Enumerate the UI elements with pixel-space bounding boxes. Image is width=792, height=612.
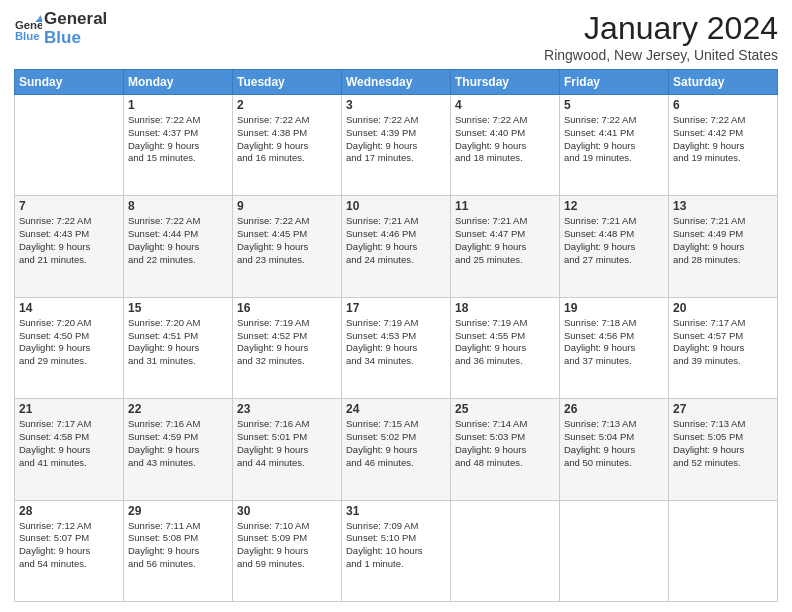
cell-info: Sunrise: 7:14 AMSunset: 5:03 PMDaylight:… [455,418,555,469]
calendar-cell: 5Sunrise: 7:22 AMSunset: 4:41 PMDaylight… [560,95,669,196]
cell-info: Sunrise: 7:19 AMSunset: 4:52 PMDaylight:… [237,317,337,368]
cell-info: Sunrise: 7:22 AMSunset: 4:40 PMDaylight:… [455,114,555,165]
calendar-cell: 2Sunrise: 7:22 AMSunset: 4:38 PMDaylight… [233,95,342,196]
calendar-cell: 28Sunrise: 7:12 AMSunset: 5:07 PMDayligh… [15,500,124,601]
calendar-cell: 30Sunrise: 7:10 AMSunset: 5:09 PMDayligh… [233,500,342,601]
calendar-week-row: 21Sunrise: 7:17 AMSunset: 4:58 PMDayligh… [15,399,778,500]
calendar-cell: 1Sunrise: 7:22 AMSunset: 4:37 PMDaylight… [124,95,233,196]
day-number: 5 [564,98,664,112]
day-number: 9 [237,199,337,213]
calendar-cell: 6Sunrise: 7:22 AMSunset: 4:42 PMDaylight… [669,95,778,196]
cell-info: Sunrise: 7:09 AMSunset: 5:10 PMDaylight:… [346,520,446,571]
day-number: 17 [346,301,446,315]
day-number: 7 [19,199,119,213]
weekday-header-tuesday: Tuesday [233,70,342,95]
page: General Blue General Blue January 2024 R… [0,0,792,612]
weekday-header-thursday: Thursday [451,70,560,95]
day-number: 22 [128,402,228,416]
calendar-cell: 14Sunrise: 7:20 AMSunset: 4:50 PMDayligh… [15,297,124,398]
calendar-cell: 19Sunrise: 7:18 AMSunset: 4:56 PMDayligh… [560,297,669,398]
day-number: 6 [673,98,773,112]
logo-blue: Blue [44,29,107,48]
calendar-cell: 18Sunrise: 7:19 AMSunset: 4:55 PMDayligh… [451,297,560,398]
cell-info: Sunrise: 7:13 AMSunset: 5:05 PMDaylight:… [673,418,773,469]
header: General Blue General Blue January 2024 R… [14,10,778,63]
calendar-week-row: 1Sunrise: 7:22 AMSunset: 4:37 PMDaylight… [15,95,778,196]
calendar-cell: 13Sunrise: 7:21 AMSunset: 4:49 PMDayligh… [669,196,778,297]
calendar-cell: 31Sunrise: 7:09 AMSunset: 5:10 PMDayligh… [342,500,451,601]
day-number: 31 [346,504,446,518]
calendar-cell [15,95,124,196]
calendar-week-row: 28Sunrise: 7:12 AMSunset: 5:07 PMDayligh… [15,500,778,601]
location: Ringwood, New Jersey, United States [544,47,778,63]
cell-info: Sunrise: 7:18 AMSunset: 4:56 PMDaylight:… [564,317,664,368]
day-number: 23 [237,402,337,416]
calendar-cell: 9Sunrise: 7:22 AMSunset: 4:45 PMDaylight… [233,196,342,297]
calendar-cell: 11Sunrise: 7:21 AMSunset: 4:47 PMDayligh… [451,196,560,297]
weekday-header-friday: Friday [560,70,669,95]
calendar-cell: 25Sunrise: 7:14 AMSunset: 5:03 PMDayligh… [451,399,560,500]
cell-info: Sunrise: 7:19 AMSunset: 4:53 PMDaylight:… [346,317,446,368]
day-number: 3 [346,98,446,112]
cell-info: Sunrise: 7:21 AMSunset: 4:46 PMDaylight:… [346,215,446,266]
weekday-header-wednesday: Wednesday [342,70,451,95]
logo-icon: General Blue [14,15,42,43]
weekday-header-sunday: Sunday [15,70,124,95]
calendar-cell: 21Sunrise: 7:17 AMSunset: 4:58 PMDayligh… [15,399,124,500]
svg-text:Blue: Blue [15,30,40,42]
day-number: 27 [673,402,773,416]
calendar-week-row: 14Sunrise: 7:20 AMSunset: 4:50 PMDayligh… [15,297,778,398]
weekday-header-row: SundayMondayTuesdayWednesdayThursdayFrid… [15,70,778,95]
calendar-cell [560,500,669,601]
cell-info: Sunrise: 7:22 AMSunset: 4:38 PMDaylight:… [237,114,337,165]
cell-info: Sunrise: 7:21 AMSunset: 4:48 PMDaylight:… [564,215,664,266]
cell-info: Sunrise: 7:15 AMSunset: 5:02 PMDaylight:… [346,418,446,469]
day-number: 25 [455,402,555,416]
day-number: 10 [346,199,446,213]
svg-marker-3 [39,15,43,19]
cell-info: Sunrise: 7:22 AMSunset: 4:37 PMDaylight:… [128,114,228,165]
calendar-cell: 3Sunrise: 7:22 AMSunset: 4:39 PMDaylight… [342,95,451,196]
day-number: 16 [237,301,337,315]
day-number: 21 [19,402,119,416]
calendar-cell: 23Sunrise: 7:16 AMSunset: 5:01 PMDayligh… [233,399,342,500]
cell-info: Sunrise: 7:12 AMSunset: 5:07 PMDaylight:… [19,520,119,571]
day-number: 2 [237,98,337,112]
cell-info: Sunrise: 7:22 AMSunset: 4:45 PMDaylight:… [237,215,337,266]
calendar-table: SundayMondayTuesdayWednesdayThursdayFrid… [14,69,778,602]
calendar-cell: 27Sunrise: 7:13 AMSunset: 5:05 PMDayligh… [669,399,778,500]
day-number: 28 [19,504,119,518]
cell-info: Sunrise: 7:13 AMSunset: 5:04 PMDaylight:… [564,418,664,469]
calendar-cell: 16Sunrise: 7:19 AMSunset: 4:52 PMDayligh… [233,297,342,398]
calendar-cell: 7Sunrise: 7:22 AMSunset: 4:43 PMDaylight… [15,196,124,297]
title-area: January 2024 Ringwood, New Jersey, Unite… [544,10,778,63]
cell-info: Sunrise: 7:16 AMSunset: 4:59 PMDaylight:… [128,418,228,469]
cell-info: Sunrise: 7:11 AMSunset: 5:08 PMDaylight:… [128,520,228,571]
cell-info: Sunrise: 7:21 AMSunset: 4:49 PMDaylight:… [673,215,773,266]
cell-info: Sunrise: 7:22 AMSunset: 4:39 PMDaylight:… [346,114,446,165]
cell-info: Sunrise: 7:22 AMSunset: 4:43 PMDaylight:… [19,215,119,266]
cell-info: Sunrise: 7:19 AMSunset: 4:55 PMDaylight:… [455,317,555,368]
calendar-cell: 17Sunrise: 7:19 AMSunset: 4:53 PMDayligh… [342,297,451,398]
calendar-cell: 26Sunrise: 7:13 AMSunset: 5:04 PMDayligh… [560,399,669,500]
weekday-header-monday: Monday [124,70,233,95]
cell-info: Sunrise: 7:22 AMSunset: 4:44 PMDaylight:… [128,215,228,266]
calendar-cell [451,500,560,601]
day-number: 20 [673,301,773,315]
day-number: 19 [564,301,664,315]
day-number: 29 [128,504,228,518]
cell-info: Sunrise: 7:21 AMSunset: 4:47 PMDaylight:… [455,215,555,266]
month-title: January 2024 [544,10,778,47]
cell-info: Sunrise: 7:16 AMSunset: 5:01 PMDaylight:… [237,418,337,469]
day-number: 15 [128,301,228,315]
cell-info: Sunrise: 7:20 AMSunset: 4:51 PMDaylight:… [128,317,228,368]
calendar-cell: 20Sunrise: 7:17 AMSunset: 4:57 PMDayligh… [669,297,778,398]
day-number: 18 [455,301,555,315]
day-number: 14 [19,301,119,315]
calendar-cell: 4Sunrise: 7:22 AMSunset: 4:40 PMDaylight… [451,95,560,196]
day-number: 24 [346,402,446,416]
calendar-cell: 24Sunrise: 7:15 AMSunset: 5:02 PMDayligh… [342,399,451,500]
day-number: 1 [128,98,228,112]
cell-info: Sunrise: 7:17 AMSunset: 4:58 PMDaylight:… [19,418,119,469]
calendar-cell: 12Sunrise: 7:21 AMSunset: 4:48 PMDayligh… [560,196,669,297]
